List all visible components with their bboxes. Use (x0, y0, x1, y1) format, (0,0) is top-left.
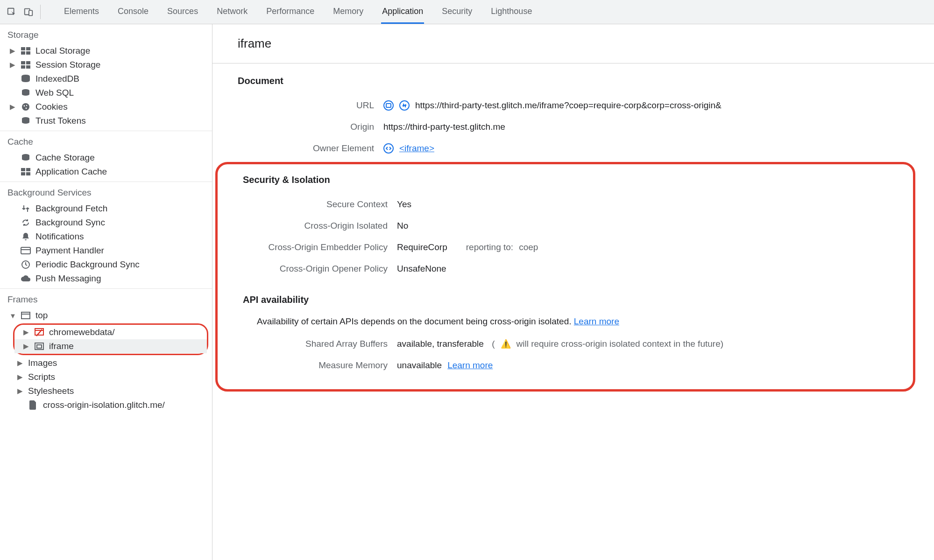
tab-performance[interactable]: Performance (265, 0, 315, 24)
sidebar-item-frame-top[interactable]: ▼top (0, 308, 212, 322)
warning-icon: ⚠️ (501, 339, 511, 349)
value-coep: RequireCorp (397, 242, 447, 252)
tab-memory[interactable]: Memory (332, 0, 364, 24)
svg-rect-9 (21, 65, 25, 69)
sidebar-item-periodic-bg-sync[interactable]: ▶Periodic Background Sync (0, 258, 212, 272)
owner-element-link[interactable]: <iframe> (399, 143, 434, 154)
svg-rect-23 (21, 247, 30, 254)
svg-rect-5 (21, 51, 25, 55)
sab-warning-text: will require cross-origin isolated conte… (517, 339, 724, 349)
label-coi: Cross-Origin Isolated (232, 221, 388, 231)
value-reporting-to: coep (519, 242, 538, 252)
sidebar-item-background-fetch[interactable]: ▶Background Fetch (0, 202, 212, 216)
blocked-frame-icon (34, 328, 44, 336)
item-label: Cookies (35, 102, 68, 112)
tab-security[interactable]: Security (441, 0, 473, 24)
sidebar-item-cache-storage[interactable]: ▶Cache Storage (0, 151, 212, 165)
row-coep: Cross-Origin Embedder Policy RequireCorp… (232, 237, 899, 258)
label-mm: Measure Memory (232, 360, 388, 371)
device-toggle-icon[interactable] (23, 7, 34, 17)
sidebar-title-storage: Storage (0, 24, 212, 44)
item-label: Stylesheets (28, 386, 74, 396)
sidebar-item-iframe[interactable]: ▶iframe (14, 339, 207, 353)
sidebar-item-push-messaging[interactable]: ▶Push Messaging (0, 272, 212, 286)
tab-network[interactable]: Network (216, 0, 248, 24)
embed-icon (34, 343, 44, 350)
sidebar-item-background-sync[interactable]: ▶Background Sync (0, 216, 212, 230)
label-sab: Shared Array Buffers (232, 339, 388, 349)
inspect-icon[interactable] (7, 7, 17, 17)
svg-rect-22 (26, 172, 30, 175)
sidebar-item-websql[interactable]: ▶Web SQL (0, 86, 212, 100)
sidebar-item-images[interactable]: ▶Images (0, 356, 212, 370)
item-label: Periodic Background Sync (35, 259, 140, 270)
sidebar-item-scripts[interactable]: ▶Scripts (0, 370, 212, 384)
tab-elements[interactable]: Elements (63, 0, 100, 24)
item-label: Local Storage (35, 46, 90, 56)
sidebar-item-notifications[interactable]: ▶Notifications (0, 230, 212, 244)
tab-console[interactable]: Console (117, 0, 149, 24)
svg-rect-4 (26, 47, 30, 50)
label-coop: Cross-Origin Opener Policy (232, 264, 388, 274)
row-owner: Owner Element <iframe> (226, 138, 920, 159)
table-icon (21, 61, 31, 69)
tab-application[interactable]: Application (381, 0, 424, 24)
sidebar-item-cookies[interactable]: ▶Cookies (0, 100, 212, 114)
svg-rect-3 (21, 47, 25, 50)
label-coep: Cross-Origin Embedder Policy (232, 242, 388, 252)
origin-value: https://third-party-test.glitch.me (383, 122, 505, 132)
devtools-tabbar: Elements Console Sources Network Perform… (0, 0, 934, 24)
sidebar-item-payment-handler[interactable]: ▶Payment Handler (0, 244, 212, 258)
svg-rect-10 (26, 65, 30, 69)
svg-point-15 (26, 105, 27, 106)
item-label: Background Sync (35, 217, 105, 228)
devtools-tabs: Elements Console Sources Network Perform… (50, 0, 533, 24)
sidebar-section-bgservices: Background Services ▶Background Fetch ▶B… (0, 182, 212, 289)
sidebar-item-trust-tokens[interactable]: ▶Trust Tokens (0, 114, 212, 128)
row-coop: Cross-Origin Opener Policy UnsafeNone (232, 258, 899, 280)
tab-sources[interactable]: Sources (166, 0, 199, 24)
value-sab: available, transferable (397, 339, 484, 349)
database-icon (21, 75, 31, 83)
frames-highlight-box: ▶chromewebdata/ ▶iframe (13, 323, 208, 355)
mm-learn-more-link[interactable]: Learn more (447, 360, 493, 371)
document-heading: Document (226, 72, 920, 95)
label-origin: Origin (226, 122, 374, 132)
item-label: top (35, 310, 48, 321)
api-learn-more-link[interactable]: Learn more (574, 316, 619, 326)
api-availability-section: API availability Availability of certain… (218, 282, 913, 379)
item-label: iframe (49, 341, 74, 351)
sidebar-item-doc-resource[interactable]: ▶cross-origin-isolation.glitch.me/ (0, 398, 212, 412)
tab-lighthouse[interactable]: Lighthouse (490, 0, 533, 24)
table-icon (21, 47, 31, 55)
svg-rect-26 (21, 312, 30, 319)
table-icon (21, 168, 31, 175)
sidebar-item-session-storage[interactable]: ▶Session Storage (0, 58, 212, 72)
api-heading: API availability (232, 291, 899, 314)
toolbar-icons (7, 5, 41, 19)
sidebar-title-frames: Frames (0, 289, 212, 308)
sidebar-section-storage: Storage ▶Local Storage ▶Session Storage … (0, 24, 212, 131)
item-label: Trust Tokens (35, 116, 86, 126)
open-in-sources-icon[interactable] (383, 100, 394, 111)
document-icon (28, 400, 38, 410)
svg-point-14 (24, 105, 25, 107)
fetch-icon (21, 204, 31, 213)
database-icon (21, 89, 31, 97)
sidebar-item-chromewebdata[interactable]: ▶chromewebdata/ (14, 325, 207, 339)
open-in-network-icon[interactable] (399, 100, 410, 111)
card-icon (21, 247, 31, 254)
application-sidebar: Storage ▶Local Storage ▶Session Storage … (0, 24, 212, 560)
row-url: URL https://third-party-test.glitch.me/i… (226, 95, 920, 116)
sidebar-section-frames: Frames ▼top ▶chromewebdata/ ▶iframe ▶Ima… (0, 289, 212, 415)
clock-icon (21, 260, 31, 269)
frame-details-panel: iframe Document URL https://third-party-… (212, 24, 934, 560)
sidebar-item-indexeddb[interactable]: ▶IndexedDB (0, 72, 212, 86)
sidebar-item-local-storage[interactable]: ▶Local Storage (0, 44, 212, 58)
reveal-element-icon[interactable] (383, 143, 394, 154)
item-label: Scripts (28, 372, 55, 382)
item-label: Web SQL (35, 88, 74, 98)
sidebar-item-stylesheets[interactable]: ▶Stylesheets (0, 384, 212, 398)
sidebar-title-cache: Cache (0, 131, 212, 151)
sidebar-item-application-cache[interactable]: ▶Application Cache (0, 165, 212, 179)
